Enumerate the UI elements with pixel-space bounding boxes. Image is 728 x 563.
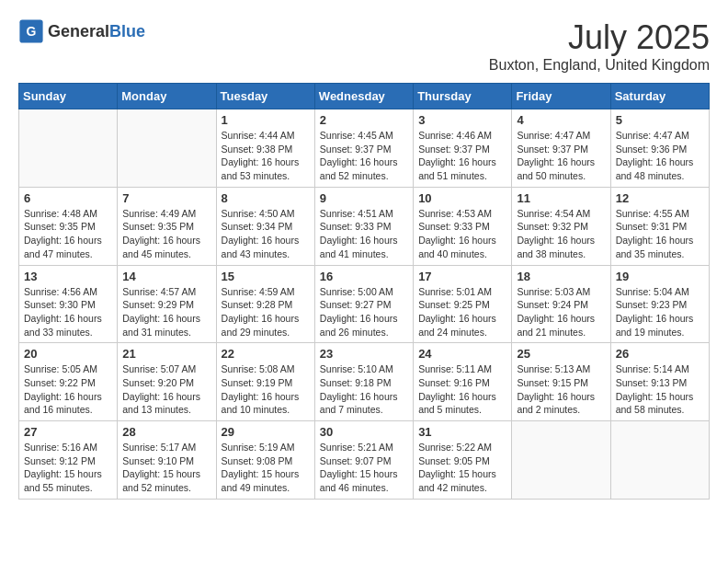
day-number: 19 (616, 270, 704, 283)
calendar-cell: 9Sunrise: 4:51 AMSunset: 9:33 PMDaylight… (314, 187, 413, 265)
logo: G GeneralBlue (18, 18, 145, 44)
calendar-cell: 17Sunrise: 5:01 AMSunset: 9:25 PMDayligh… (414, 265, 512, 343)
column-header-thursday: Thursday (414, 84, 512, 109)
day-info: Sunrise: 4:51 AMSunset: 9:33 PMDaylight:… (320, 207, 408, 261)
day-info: Sunrise: 5:07 AMSunset: 9:20 PMDaylight:… (122, 362, 210, 417)
day-number: 20 (24, 347, 112, 361)
title-block: July 2025 Buxton, England, United Kingdo… (489, 18, 710, 74)
day-number: 13 (24, 270, 112, 283)
calendar-cell: 21Sunrise: 5:07 AMSunset: 9:20 PMDayligh… (118, 343, 216, 421)
calendar-cell: 18Sunrise: 5:03 AMSunset: 9:24 PMDayligh… (512, 265, 610, 343)
day-info: Sunrise: 5:10 AMSunset: 9:18 PMDaylight:… (320, 362, 408, 417)
calendar-cell: 15Sunrise: 4:59 AMSunset: 9:28 PMDayligh… (216, 265, 314, 343)
day-number: 11 (517, 191, 605, 205)
day-info: Sunrise: 4:59 AMSunset: 9:28 PMDaylight:… (222, 285, 310, 339)
page-header: G GeneralBlue July 2025 Buxton, England,… (18, 18, 710, 74)
calendar-cell: 16Sunrise: 5:00 AMSunset: 9:27 PMDayligh… (314, 265, 413, 343)
day-info: Sunrise: 4:47 AMSunset: 9:37 PMDaylight:… (517, 129, 605, 183)
calendar-cell: 14Sunrise: 4:57 AMSunset: 9:29 PMDayligh… (118, 265, 216, 343)
day-info: Sunrise: 5:00 AMSunset: 9:27 PMDaylight:… (320, 285, 408, 339)
day-number: 29 (222, 425, 310, 439)
day-number: 2 (320, 113, 408, 127)
day-number: 12 (616, 191, 704, 205)
day-number: 8 (222, 191, 310, 205)
day-info: Sunrise: 4:46 AMSunset: 9:37 PMDaylight:… (418, 129, 506, 183)
calendar-cell: 27Sunrise: 5:16 AMSunset: 9:12 PMDayligh… (19, 421, 118, 500)
calendar-cell: 31Sunrise: 5:22 AMSunset: 9:05 PMDayligh… (414, 421, 512, 500)
day-number: 27 (24, 425, 112, 439)
calendar-cell: 7Sunrise: 4:49 AMSunset: 9:35 PMDaylight… (118, 187, 216, 265)
calendar-cell: 29Sunrise: 5:19 AMSunset: 9:08 PMDayligh… (216, 421, 314, 500)
day-info: Sunrise: 5:01 AMSunset: 9:25 PMDaylight:… (418, 285, 506, 339)
calendar-cell: 22Sunrise: 5:08 AMSunset: 9:19 PMDayligh… (216, 343, 314, 421)
day-info: Sunrise: 4:44 AMSunset: 9:38 PMDaylight:… (222, 129, 310, 183)
day-number: 26 (616, 347, 704, 361)
month-year-title: July 2025 (489, 18, 710, 57)
column-header-tuesday: Tuesday (216, 84, 314, 109)
calendar-cell: 25Sunrise: 5:13 AMSunset: 9:15 PMDayligh… (512, 343, 610, 421)
day-info: Sunrise: 4:49 AMSunset: 9:35 PMDaylight:… (122, 207, 210, 261)
day-number: 3 (418, 113, 506, 127)
column-header-friday: Friday (512, 84, 610, 109)
svg-text:G: G (27, 24, 37, 39)
day-info: Sunrise: 5:03 AMSunset: 9:24 PMDaylight:… (517, 285, 605, 339)
day-info: Sunrise: 5:11 AMSunset: 9:16 PMDaylight:… (418, 362, 506, 417)
day-number: 28 (122, 425, 210, 439)
calendar-cell: 23Sunrise: 5:10 AMSunset: 9:18 PMDayligh… (314, 343, 413, 421)
day-number: 24 (418, 347, 506, 361)
week-row-3: 13Sunrise: 4:56 AMSunset: 9:30 PMDayligh… (19, 265, 710, 343)
day-number: 9 (320, 191, 408, 205)
day-number: 14 (122, 270, 210, 283)
calendar-cell: 20Sunrise: 5:05 AMSunset: 9:22 PMDayligh… (19, 343, 118, 421)
day-number: 4 (517, 113, 605, 127)
day-number: 25 (517, 347, 605, 361)
calendar-cell: 2Sunrise: 4:45 AMSunset: 9:37 PMDaylight… (314, 109, 413, 188)
day-number: 16 (320, 270, 408, 283)
calendar-cell: 12Sunrise: 4:55 AMSunset: 9:31 PMDayligh… (610, 187, 709, 265)
day-number: 23 (320, 347, 408, 361)
calendar-cell: 30Sunrise: 5:21 AMSunset: 9:07 PMDayligh… (314, 421, 413, 500)
day-number: 22 (222, 347, 310, 361)
calendar-cell: 1Sunrise: 4:44 AMSunset: 9:38 PMDaylight… (216, 109, 314, 188)
column-header-monday: Monday (118, 84, 216, 109)
calendar-cell: 11Sunrise: 4:54 AMSunset: 9:32 PMDayligh… (512, 187, 610, 265)
day-info: Sunrise: 5:19 AMSunset: 9:08 PMDaylight:… (222, 441, 310, 495)
day-info: Sunrise: 4:45 AMSunset: 9:37 PMDaylight:… (320, 129, 408, 183)
day-info: Sunrise: 5:05 AMSunset: 9:22 PMDaylight:… (24, 362, 112, 417)
day-number: 21 (122, 347, 210, 361)
column-header-wednesday: Wednesday (314, 84, 413, 109)
calendar-cell: 24Sunrise: 5:11 AMSunset: 9:16 PMDayligh… (414, 343, 512, 421)
week-row-2: 6Sunrise: 4:48 AMSunset: 9:35 PMDaylight… (19, 187, 710, 265)
calendar-cell: 4Sunrise: 4:47 AMSunset: 9:37 PMDaylight… (512, 109, 610, 188)
day-info: Sunrise: 5:22 AMSunset: 9:05 PMDaylight:… (418, 441, 506, 495)
calendar-cell: 8Sunrise: 4:50 AMSunset: 9:34 PMDaylight… (216, 187, 314, 265)
logo-text-blue: Blue (109, 22, 145, 40)
week-row-5: 27Sunrise: 5:16 AMSunset: 9:12 PMDayligh… (19, 421, 710, 500)
day-number: 30 (320, 425, 408, 439)
day-info: Sunrise: 4:47 AMSunset: 9:36 PMDaylight:… (616, 129, 704, 183)
day-number: 5 (616, 113, 704, 127)
day-info: Sunrise: 4:53 AMSunset: 9:33 PMDaylight:… (418, 207, 506, 261)
logo-text-general: General (48, 22, 109, 40)
calendar-cell: 28Sunrise: 5:17 AMSunset: 9:10 PMDayligh… (118, 421, 216, 500)
calendar-cell (118, 109, 216, 188)
day-info: Sunrise: 5:21 AMSunset: 9:07 PMDaylight:… (320, 441, 408, 495)
day-info: Sunrise: 5:17 AMSunset: 9:10 PMDaylight:… (122, 441, 210, 495)
location-subtitle: Buxton, England, United Kingdom (489, 57, 710, 74)
day-info: Sunrise: 5:13 AMSunset: 9:15 PMDaylight:… (517, 362, 605, 417)
logo-icon: G (18, 18, 44, 44)
day-info: Sunrise: 4:56 AMSunset: 9:30 PMDaylight:… (24, 285, 112, 339)
calendar-cell: 19Sunrise: 5:04 AMSunset: 9:23 PMDayligh… (610, 265, 709, 343)
calendar-cell: 13Sunrise: 4:56 AMSunset: 9:30 PMDayligh… (19, 265, 118, 343)
day-info: Sunrise: 4:54 AMSunset: 9:32 PMDaylight:… (517, 207, 605, 261)
day-number: 7 (122, 191, 210, 205)
day-info: Sunrise: 5:08 AMSunset: 9:19 PMDaylight:… (222, 362, 310, 417)
day-info: Sunrise: 4:50 AMSunset: 9:34 PMDaylight:… (222, 207, 310, 261)
day-number: 6 (24, 191, 112, 205)
calendar-cell: 10Sunrise: 4:53 AMSunset: 9:33 PMDayligh… (414, 187, 512, 265)
day-number: 18 (517, 270, 605, 283)
day-info: Sunrise: 4:48 AMSunset: 9:35 PMDaylight:… (24, 207, 112, 261)
day-info: Sunrise: 5:16 AMSunset: 9:12 PMDaylight:… (24, 441, 112, 495)
day-info: Sunrise: 4:55 AMSunset: 9:31 PMDaylight:… (616, 207, 704, 261)
column-header-saturday: Saturday (610, 84, 709, 109)
